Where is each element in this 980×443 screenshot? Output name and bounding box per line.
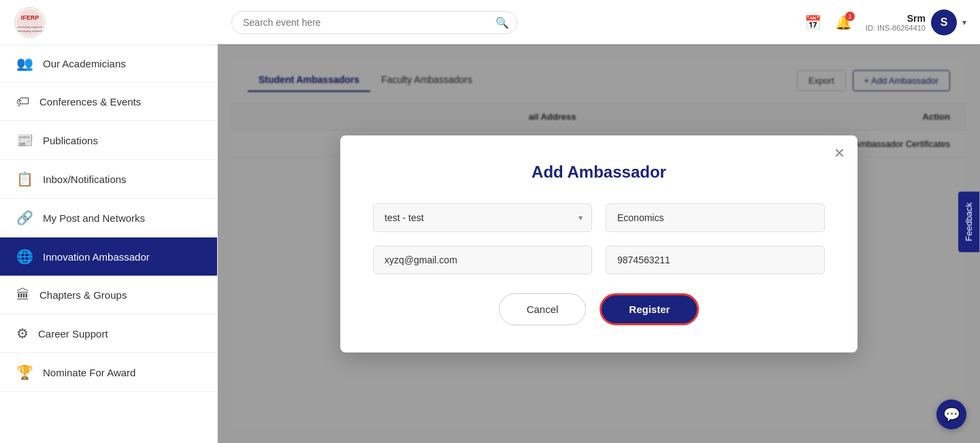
award-icon: 🏆 (16, 364, 33, 380)
sidebar-label-ambassador: Innovation Ambassador (43, 251, 150, 263)
modal-title: Add Ambassador (373, 163, 825, 182)
networks-icon: 🔗 (16, 210, 33, 226)
email-field (373, 246, 592, 274)
header-right: 📅 🔔 1 Srm ID: INS-86264410 S ▾ (804, 10, 966, 35)
sidebar-label-award: Nominate For Award (43, 367, 135, 378)
sidebar-label-chapters: Chapters & Groups (39, 289, 127, 301)
publications-icon: 📰 (16, 132, 33, 148)
sidebar-item-my-post-networks[interactable]: 🔗 My Post and Networks (0, 199, 217, 237)
search-icon: 🔍 (495, 16, 509, 29)
svg-text:developing research: developing research (18, 29, 42, 33)
notification-badge: 1 (845, 12, 855, 21)
user-info: Srm ID: INS-86264410 S ▾ (866, 10, 966, 35)
name-select[interactable]: test - test (373, 203, 592, 232)
modal-row-1: test - test ▾ (373, 203, 825, 232)
sidebar-item-conferences-events[interactable]: 🏷 Conferences & Events (0, 83, 217, 121)
avatar[interactable]: S (931, 10, 957, 35)
logo-area: IFERP connecting engineers developing re… (14, 6, 231, 39)
notification-icon[interactable]: 🔔 1 (835, 14, 852, 31)
career-icon: ⚙ (16, 325, 29, 342)
sidebar: 👥 Our Academicians 🏷 Conferences & Event… (0, 44, 218, 443)
svg-text:connecting engineers: connecting engineers (17, 25, 43, 29)
calendar-icon[interactable]: 📅 (804, 14, 821, 31)
chapters-icon: 🏛 (16, 287, 30, 303)
modal-overlay: ✕ Add Ambassador test - test ▾ (218, 44, 980, 443)
user-id: ID: INS-86264410 (866, 24, 926, 32)
phone-field (606, 246, 825, 274)
sidebar-item-innovation-ambassador[interactable]: 🌐 Innovation Ambassador (0, 237, 217, 276)
sidebar-item-career-support[interactable]: ⚙ Career Support (0, 314, 217, 353)
modal-actions: Cancel Register (373, 293, 825, 325)
content-area: Student Ambassadors Faculty Ambassadors … (218, 44, 980, 443)
sidebar-label-career: Career Support (38, 328, 108, 340)
search-input[interactable] (231, 11, 517, 34)
sidebar-item-our-academicians[interactable]: 👥 Our Academicians (0, 44, 217, 83)
sidebar-label-networks: My Post and Networks (43, 212, 145, 224)
user-text: Srm ID: INS-86264410 (866, 13, 926, 32)
sidebar-item-publications[interactable]: 📰 Publications (0, 121, 217, 160)
sidebar-label-our-academicians: Our Academicians (43, 58, 126, 69)
modal-row-2 (373, 246, 825, 274)
add-ambassador-modal: ✕ Add Ambassador test - test ▾ (340, 135, 858, 352)
ambassador-icon: 🌐 (16, 248, 33, 265)
name-field: test - test ▾ (373, 203, 592, 232)
sidebar-label-inbox: Inbox/Notifications (43, 174, 127, 185)
sidebar-item-inbox-notifications[interactable]: 📋 Inbox/Notifications (0, 160, 217, 199)
register-button[interactable]: Register (600, 293, 699, 325)
main-layout: 👥 Our Academicians 🏷 Conferences & Event… (0, 44, 980, 443)
chevron-down-icon[interactable]: ▾ (962, 18, 966, 27)
conferences-icon: 🏷 (16, 94, 30, 110)
header: IFERP connecting engineers developing re… (0, 0, 980, 44)
cancel-button[interactable]: Cancel (499, 293, 587, 325)
phone-input[interactable] (606, 246, 825, 274)
department-field (606, 203, 825, 232)
department-input[interactable] (606, 203, 825, 232)
modal-form: test - test ▾ (373, 203, 825, 325)
feedback-tab[interactable]: Feedback (958, 191, 979, 252)
inbox-icon: 📋 (16, 171, 33, 187)
close-button[interactable]: ✕ (834, 145, 845, 161)
sidebar-item-nominate-award[interactable]: 🏆 Nominate For Award (0, 353, 217, 392)
search-area: 🔍 (231, 11, 517, 34)
user-name: Srm (866, 13, 926, 24)
academicians-icon: 👥 (16, 55, 33, 71)
email-input[interactable] (373, 246, 592, 274)
sidebar-label-publications: Publications (43, 135, 98, 146)
logo-icon: IFERP connecting engineers developing re… (14, 6, 46, 39)
sidebar-label-conferences-events: Conferences & Events (39, 96, 141, 108)
chat-button[interactable]: 💬 (936, 399, 966, 429)
svg-text:IFERP: IFERP (21, 14, 39, 21)
sidebar-item-chapters-groups[interactable]: 🏛 Chapters & Groups (0, 276, 217, 314)
